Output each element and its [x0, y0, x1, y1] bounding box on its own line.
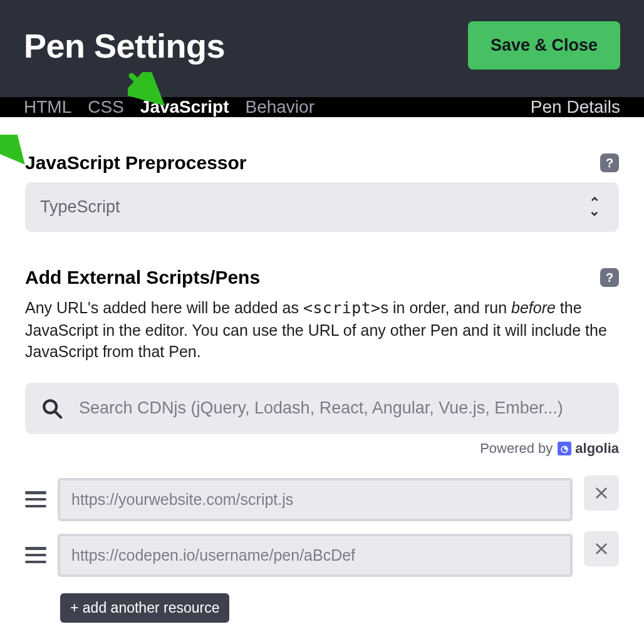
tab-javascript[interactable]: JavaScript: [140, 97, 229, 117]
resource-row: [25, 478, 619, 521]
remove-resource-button[interactable]: [584, 475, 619, 511]
tabs: HTML CSS JavaScript Behavior Pen Details: [0, 97, 644, 117]
search-icon: [41, 398, 63, 419]
preprocessor-heading: JavaScript Preprocessor: [25, 152, 247, 174]
remove-resource-button[interactable]: [584, 531, 619, 566]
help-icon[interactable]: ?: [600, 268, 619, 287]
external-scripts-heading: Add External Scripts/Pens: [25, 267, 260, 288]
page-title: Pen Settings: [24, 26, 225, 65]
titlebar: Pen Settings Save & Close: [0, 0, 644, 97]
tab-css[interactable]: CSS: [88, 97, 124, 117]
tab-html[interactable]: HTML: [24, 97, 71, 117]
algolia-badge: ◔ algolia: [558, 440, 619, 457]
powered-by: Powered by ◔ algolia: [25, 440, 619, 457]
help-icon[interactable]: ?: [600, 153, 619, 172]
save-and-close-button[interactable]: Save & Close: [468, 21, 620, 70]
external-scripts-description: Any URL's added here will be added as <s…: [25, 297, 614, 363]
cdnjs-search-input[interactable]: [79, 398, 603, 418]
drag-handle-icon[interactable]: [25, 544, 46, 566]
resource-url-input[interactable]: [58, 534, 573, 577]
resource-url-input[interactable]: [58, 478, 573, 521]
cdnjs-search[interactable]: [25, 383, 619, 434]
algolia-logo-icon: ◔: [558, 442, 571, 455]
preprocessor-selected-value: TypeScript: [40, 197, 120, 217]
resource-row: [25, 534, 619, 577]
select-chevrons-icon: ⌃⌃: [589, 199, 600, 215]
tab-behavior[interactable]: Behavior: [245, 97, 314, 117]
add-another-resource-button[interactable]: + add another resource: [60, 593, 229, 623]
preprocessor-select[interactable]: TypeScript ⌃⌃: [25, 182, 619, 232]
svg-line-3: [3, 138, 18, 156]
tab-pen-details[interactable]: Pen Details: [531, 97, 620, 117]
drag-handle-icon[interactable]: [25, 489, 46, 510]
svg-line-5: [55, 411, 61, 417]
